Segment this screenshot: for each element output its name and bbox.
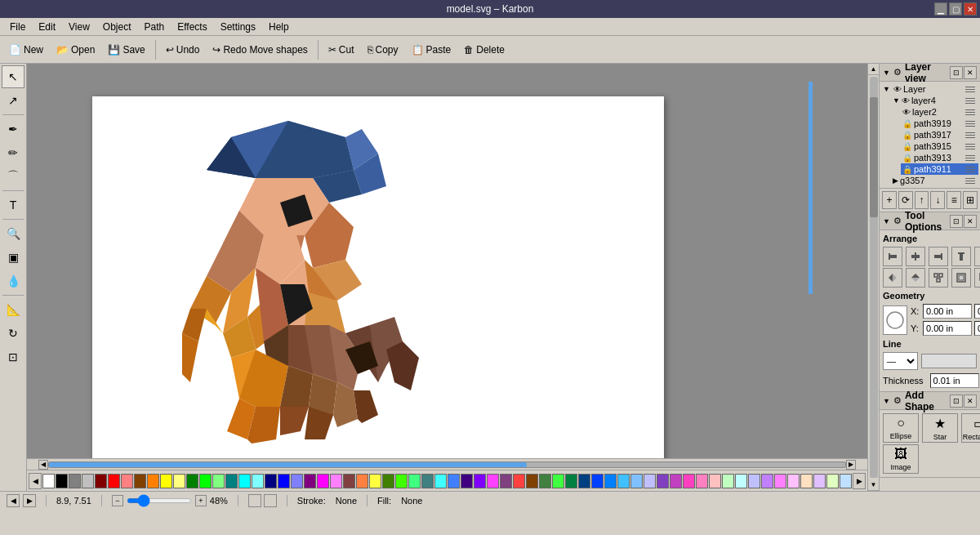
layer2-eye-icon[interactable]: 👁 bbox=[902, 108, 911, 117]
layer-list-button[interactable]: ≡ bbox=[947, 191, 961, 209]
layer-up-button[interactable]: ↑ bbox=[915, 191, 929, 209]
close-button[interactable]: ✕ bbox=[964, 2, 977, 16]
flip-v-button[interactable] bbox=[906, 268, 925, 288]
layer-view-float-button[interactable]: ⊡ bbox=[950, 66, 963, 79]
vertical-scrollbar[interactable]: ▲ ▼ bbox=[867, 64, 879, 491]
scroll-up-button[interactable]: ▲ bbox=[868, 64, 880, 75]
align-right-button[interactable] bbox=[929, 247, 948, 266]
rectangle-shape-button[interactable]: ▭ Rectangle bbox=[961, 413, 980, 443]
menu-object[interactable]: Object bbox=[96, 20, 138, 34]
align-left-button[interactable] bbox=[883, 247, 902, 266]
zoom-slider[interactable] bbox=[127, 498, 192, 503]
palette-scroll-left[interactable]: ◀ bbox=[29, 473, 42, 489]
color-swatch-46[interactable] bbox=[644, 474, 656, 488]
status-left-button[interactable]: ◀ bbox=[7, 494, 20, 507]
color-swatch-33[interactable] bbox=[474, 474, 486, 488]
redo-button[interactable]: ↪ Redo Move shapes bbox=[207, 38, 313, 61]
menu-file[interactable]: File bbox=[3, 20, 32, 34]
thickness-input[interactable] bbox=[930, 373, 979, 388]
text-tool[interactable]: T bbox=[2, 194, 24, 216]
color-swatch-59[interactable] bbox=[813, 474, 826, 488]
layer-item-path3915[interactable]: 🔒 path3915 bbox=[901, 140, 978, 152]
color-swatch-15[interactable] bbox=[238, 474, 251, 488]
color-swatch-41[interactable] bbox=[578, 474, 590, 488]
ungroup-button[interactable] bbox=[951, 268, 971, 288]
color-swatch-52[interactable] bbox=[722, 474, 734, 488]
layer-item-path3913[interactable]: 🔒 path3913 bbox=[901, 152, 978, 163]
color-swatch-28[interactable] bbox=[408, 474, 421, 488]
color-swatch-60[interactable] bbox=[826, 474, 839, 488]
measure-tool[interactable]: 📐 bbox=[2, 298, 24, 321]
flip-h-button[interactable] bbox=[883, 268, 902, 288]
menu-path[interactable]: Path bbox=[138, 20, 172, 34]
gradient-tool[interactable]: ▣ bbox=[2, 246, 24, 269]
scroll-right-button[interactable]: ▶ bbox=[846, 460, 856, 470]
color-swatch-34[interactable] bbox=[487, 474, 499, 488]
color-swatch-36[interactable] bbox=[513, 474, 525, 488]
color-swatch-55[interactable] bbox=[761, 474, 773, 488]
color-swatch-45[interactable] bbox=[630, 474, 643, 488]
minimize-button[interactable]: ▁ bbox=[934, 2, 947, 16]
menu-help[interactable]: Help bbox=[262, 20, 296, 34]
copy-button[interactable]: ⎘ Copy bbox=[362, 38, 404, 61]
color-swatch-13[interactable] bbox=[212, 474, 225, 488]
undo-button[interactable]: ↩ Undo bbox=[160, 38, 206, 61]
color-swatch-57[interactable] bbox=[787, 474, 800, 488]
color-swatch-23[interactable] bbox=[343, 474, 355, 488]
horizontal-scrollbar[interactable]: ◀ ▶ bbox=[27, 458, 867, 470]
color-swatch-20[interactable] bbox=[304, 474, 316, 488]
menu-effects[interactable]: Effects bbox=[171, 20, 213, 34]
color-swatch-50[interactable] bbox=[696, 474, 708, 488]
paste-button[interactable]: 📋 Paste bbox=[406, 38, 457, 61]
zoom-in-button[interactable]: + bbox=[195, 495, 207, 506]
color-swatch-26[interactable] bbox=[382, 474, 394, 488]
layer-view-header[interactable]: ▼ ⚙ Layer view ⊡ ✕ bbox=[880, 64, 980, 82]
scroll-left-button[interactable]: ◀ bbox=[38, 460, 48, 470]
color-swatch-54[interactable] bbox=[748, 474, 760, 488]
layer-item-path3911[interactable]: 🔒 path3911 bbox=[901, 163, 978, 175]
color-swatch-4[interactable] bbox=[95, 474, 107, 488]
layer4-eye-icon[interactable]: 👁 bbox=[902, 96, 910, 105]
layer-eye-icon[interactable]: 👁 bbox=[893, 85, 902, 94]
color-swatch-31[interactable] bbox=[448, 474, 460, 488]
color-swatch-2[interactable] bbox=[69, 474, 81, 488]
transform-tool[interactable]: ⊡ bbox=[2, 346, 24, 368]
color-swatch-61[interactable] bbox=[840, 474, 852, 488]
add-shape-header[interactable]: ▼ ⚙ Add Shape ⊡ ✕ bbox=[880, 392, 980, 410]
color-swatch-48[interactable] bbox=[670, 474, 682, 488]
color-swatch-53[interactable] bbox=[735, 474, 747, 488]
ellipse-shape-button[interactable]: ○ Ellipse bbox=[883, 413, 919, 443]
color-swatch-12[interactable] bbox=[199, 474, 212, 488]
freehand-tool[interactable]: ✏ bbox=[2, 141, 24, 164]
zoom-tool[interactable]: 🔍 bbox=[2, 222, 24, 245]
color-swatch-1[interactable] bbox=[56, 474, 68, 488]
align-center-h-button[interactable] bbox=[906, 247, 925, 266]
y2-input[interactable] bbox=[974, 321, 980, 336]
add-shape-float-button[interactable]: ⊡ bbox=[950, 395, 963, 408]
image-shape-button[interactable]: 🖼 Image bbox=[883, 444, 919, 474]
align-top-button[interactable] bbox=[951, 247, 971, 266]
menu-edit[interactable]: Edit bbox=[32, 20, 62, 34]
layer-item-layer2[interactable]: 👁 layer2 bbox=[901, 106, 978, 118]
color-swatch-43[interactable] bbox=[604, 474, 617, 488]
status-icon-1[interactable] bbox=[248, 494, 261, 507]
cut-button[interactable]: ✂ Cut bbox=[323, 38, 360, 61]
color-swatch-29[interactable] bbox=[421, 474, 434, 488]
color-swatch-7[interactable] bbox=[134, 474, 146, 488]
color-swatch-35[interactable] bbox=[500, 474, 512, 488]
color-swatch-47[interactable] bbox=[657, 474, 669, 488]
status-right-button[interactable]: ▶ bbox=[23, 494, 36, 507]
color-swatch-9[interactable] bbox=[160, 474, 172, 488]
color-swatch-5[interactable] bbox=[108, 474, 120, 488]
line-style-select[interactable]: — - - ··· bbox=[883, 352, 918, 370]
color-swatch-10[interactable] bbox=[173, 474, 185, 488]
layer-refresh-button[interactable]: ⟳ bbox=[898, 191, 913, 209]
line-color-box[interactable] bbox=[921, 354, 977, 368]
scroll-down-button[interactable]: ▼ bbox=[868, 479, 880, 491]
color-swatch-0[interactable] bbox=[42, 474, 55, 488]
star-shape-button[interactable]: ★ Star bbox=[922, 413, 958, 443]
color-swatch-58[interactable] bbox=[800, 474, 813, 488]
color-swatch-40[interactable] bbox=[565, 474, 577, 488]
color-swatch-42[interactable] bbox=[591, 474, 604, 488]
select-tool[interactable]: ↖ bbox=[2, 65, 24, 88]
